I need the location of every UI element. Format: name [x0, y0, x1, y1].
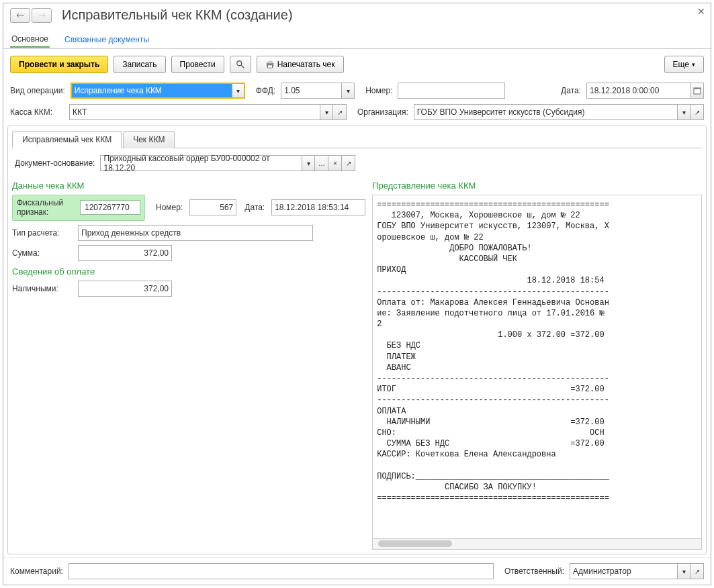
date-label: Дата:: [561, 86, 581, 95]
receipt-hscrollbar[interactable]: [372, 539, 702, 550]
save-button[interactable]: Записать: [114, 56, 165, 73]
org-field[interactable]: ГОБУ ВПО Университет искусств (Субсидия): [414, 104, 677, 120]
ffd-field[interactable]: 1.05: [281, 83, 341, 99]
cash-field[interactable]: 372,00: [78, 281, 172, 297]
more-label: Еще: [673, 60, 689, 69]
subtabs: Исправляемый чек ККМ Чек ККМ: [12, 130, 702, 148]
page-title: Исправительный чек ККМ (создание): [62, 7, 293, 23]
calc-type-field[interactable]: Приход денежных средств: [78, 225, 313, 241]
number-field[interactable]: [398, 83, 505, 99]
subtab-corrected[interactable]: Исправляемый чек ККМ: [12, 131, 122, 148]
right-column: Представление чека ККМ =================…: [372, 175, 702, 550]
basis-clear-button[interactable]: ×: [328, 155, 342, 171]
fiscal-sign-label: Фискальный признак:: [17, 198, 76, 217]
payment-title: Сведения об оплате: [12, 266, 365, 277]
print-cheque-button[interactable]: Напечатать чек: [257, 56, 344, 73]
arrow-left-icon: 🡐: [16, 11, 24, 20]
responsible-dropdown-button[interactable]: ▾: [677, 563, 690, 579]
basis-field[interactable]: Приходный кассовый ордер БУ00-000002 от …: [100, 155, 302, 171]
comment-field[interactable]: [69, 563, 494, 579]
scrollbar-thumb[interactable]: [378, 540, 452, 547]
subtab-cheque[interactable]: Чек ККМ: [123, 131, 175, 148]
cash-label: Наличными:: [12, 284, 71, 293]
post-button[interactable]: Провести: [171, 56, 224, 73]
responsible-field[interactable]: Администратор: [570, 563, 677, 579]
kassa-label: Касса ККМ:: [10, 107, 64, 117]
printer-icon: [265, 60, 275, 68]
form-row-2: Касса ККМ: ККТ ▾ ↗ Организация: ГОБУ ВПО…: [3, 101, 711, 123]
svg-point-0: [236, 61, 241, 66]
basis-select-button[interactable]: …: [315, 155, 328, 171]
svg-rect-6: [694, 88, 701, 89]
number-label: Номер:: [365, 86, 392, 95]
cheque-date-label: Дата:: [244, 203, 265, 212]
open-icon: ↗: [346, 160, 351, 167]
date-field[interactable]: 18.12.2018 0:00:00: [586, 83, 690, 99]
sum-label: Сумма:: [12, 248, 71, 258]
basis-label: Документ-основание:: [15, 158, 95, 168]
cheque-num-field[interactable]: 567: [189, 199, 236, 215]
kassa-open-button[interactable]: ↗: [333, 104, 347, 120]
op-type-field[interactable]: Исправление чека ККМ: [71, 83, 232, 99]
basis-open-button[interactable]: ↗: [342, 155, 355, 171]
toolbar: Провести и закрыть Записать Провести Нап…: [3, 49, 711, 80]
open-icon: ↗: [695, 568, 700, 575]
fiscal-sign-box: Фискальный признак: 1207267770: [12, 195, 145, 221]
view-payments-button[interactable]: [230, 56, 251, 73]
sum-field[interactable]: 372,00: [78, 245, 172, 261]
more-button[interactable]: Еще ▾: [664, 56, 704, 73]
org-open-button[interactable]: ↗: [690, 104, 704, 120]
receipt-preview[interactable]: ========================================…: [372, 195, 702, 539]
tab-linked-docs[interactable]: Связанные документы: [63, 32, 150, 47]
ffd-label: ФФД:: [256, 86, 275, 95]
org-dropdown-button[interactable]: ▾: [677, 104, 690, 120]
left-column: Данные чека ККМ Фискальный признак: 1207…: [12, 175, 365, 550]
content-area: Исправляемый чек ККМ Чек ККМ Документ-ос…: [7, 126, 707, 554]
calc-type-label: Тип расчета:: [12, 228, 71, 238]
tab-main[interactable]: Основное: [10, 32, 50, 48]
form-row-1: Вид операции: Исправление чека ККМ ▾ ФФД…: [3, 80, 711, 101]
titlebar: 🡐 🡒 Исправительный чек ККМ (создание): [3, 3, 711, 27]
responsible-label: Ответственный:: [504, 567, 564, 576]
window-frame: ✕ 🡐 🡒 Исправительный чек ККМ (создание) …: [3, 3, 711, 585]
svg-rect-4: [267, 65, 272, 68]
ffd-dropdown-button[interactable]: ▾: [341, 83, 355, 99]
post-and-close-button[interactable]: Провести и закрыть: [10, 56, 108, 73]
op-type-label: Вид операции:: [10, 86, 65, 95]
kassa-field[interactable]: ККТ: [69, 104, 320, 120]
nav-back-button[interactable]: 🡐: [10, 8, 30, 23]
doc-basis-row: Документ-основание: Приходный кассовый о…: [12, 148, 702, 175]
basis-dropdown-button[interactable]: ▾: [302, 155, 315, 171]
cheque-num-label: Номер:: [156, 203, 183, 212]
calendar-icon: [693, 87, 701, 95]
print-cheque-label: Напечатать чек: [277, 60, 335, 69]
org-label: Организация:: [357, 107, 408, 117]
open-icon: ↗: [695, 109, 700, 116]
chevron-down-icon: ▾: [692, 61, 695, 68]
footer: Комментарий: Ответственный: Администрато…: [3, 557, 711, 585]
close-icon[interactable]: ✕: [697, 6, 705, 17]
nav-forward-button[interactable]: 🡒: [32, 8, 52, 23]
kassa-dropdown-button[interactable]: ▾: [320, 104, 333, 120]
open-icon: ↗: [337, 109, 343, 116]
magnifier-icon: [236, 60, 245, 69]
responsible-open-button[interactable]: ↗: [690, 563, 704, 579]
arrow-right-icon: 🡒: [38, 11, 46, 20]
cheque-data-title: Данные чека ККМ: [12, 181, 365, 191]
receipt-title: Представление чека ККМ: [372, 181, 702, 191]
date-picker-button[interactable]: [690, 83, 704, 99]
fiscal-sign-field[interactable]: 1207267770: [80, 200, 140, 215]
svg-line-1: [241, 65, 244, 68]
cheque-date-field[interactable]: 18.12.2018 18:53:14: [271, 199, 365, 215]
op-type-dropdown-button[interactable]: ▾: [232, 83, 245, 99]
svg-rect-3: [267, 61, 272, 63]
main-tabstrip: Основное Связанные документы: [3, 30, 711, 49]
comment-label: Комментарий:: [10, 567, 63, 576]
